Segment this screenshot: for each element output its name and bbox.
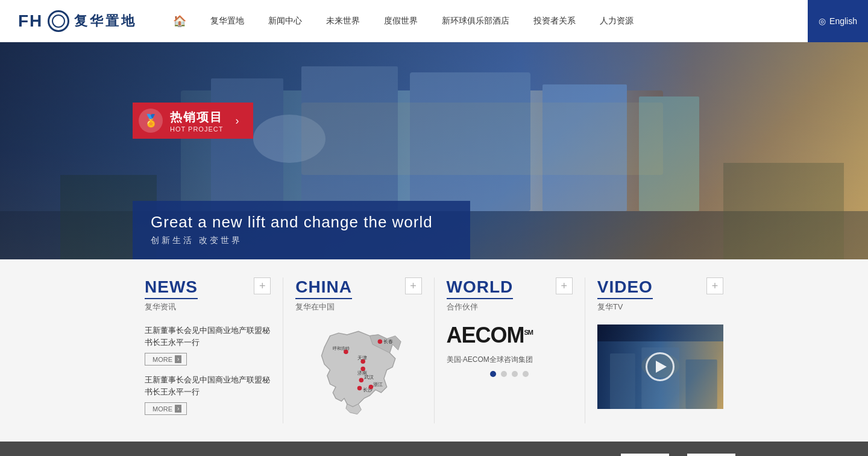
qr-wechat-image bbox=[687, 454, 735, 456]
china-plus-button[interactable]: + bbox=[405, 277, 422, 294]
hot-project-badge[interactable]: 🏅 热销项目 HOT PROJECT › bbox=[133, 103, 253, 139]
world-title: WORLD bbox=[447, 277, 514, 299]
news-section: NEWS 复华资讯 + 王新董事长会见中国商业地产联盟秘书长王永平一行 MORE… bbox=[133, 277, 283, 423]
site-header: FH 复华置地 🏠 复华置地 新闻中心 未来世界 度假世界 新环球俱乐部酒店 投… bbox=[0, 0, 868, 42]
video-subtitle: 复华TV bbox=[597, 302, 653, 312]
partner-logo: AECOMSM bbox=[447, 325, 573, 346]
hot-project-text: 热销项目 HOT PROJECT bbox=[170, 109, 223, 133]
logo-circle-icon bbox=[48, 10, 69, 32]
svg-rect-29 bbox=[685, 359, 717, 409]
svg-point-22 bbox=[357, 386, 362, 391]
news-title-block: NEWS 复华资讯 bbox=[145, 277, 198, 321]
footer-top: ▦ 人力资源 ✉ 建议反馈 复华置地 | 法律公告 | 隐私声明 | 免责声明 … bbox=[0, 442, 868, 456]
dot-2[interactable] bbox=[501, 371, 507, 377]
lang-label: English bbox=[829, 16, 857, 26]
china-section: CHINA 复华在中国 + 长春 天津 bbox=[283, 277, 434, 423]
qr-mobile: 手机官网 bbox=[621, 454, 669, 456]
news-item-2-more[interactable]: MORE › bbox=[145, 402, 187, 415]
news-title: NEWS bbox=[145, 277, 198, 299]
news-section-header: NEWS 复华资讯 + bbox=[145, 277, 271, 321]
logo-cn-text: 复华置地 bbox=[74, 12, 137, 30]
lang-icon: ◎ bbox=[819, 16, 826, 26]
news-plus-button[interactable]: + bbox=[254, 277, 271, 294]
nav-item-hr[interactable]: 人力资源 bbox=[600, 16, 634, 27]
svg-point-12 bbox=[378, 339, 383, 344]
hero-caption-chinese: 创新生活 改变世界 bbox=[151, 235, 452, 246]
aecom-logo-text: AECOMSM bbox=[447, 325, 533, 346]
svg-point-24 bbox=[369, 385, 374, 390]
world-section: WORLD 合作伙伴 + AECOMSM 美国·AECOM全球咨询集团 bbox=[435, 277, 585, 423]
news-item-1: 王新董事长会见中国商业地产联盟秘书长王永平一行 MORE › bbox=[145, 325, 271, 366]
logo-fh-text: FH bbox=[18, 11, 43, 31]
china-map-svg: 长春 天津 呼和浩特 济南 武汉 长沙 浙江 bbox=[295, 325, 421, 421]
video-plus-button[interactable]: + bbox=[706, 277, 723, 294]
svg-text:呼和浩特: 呼和浩特 bbox=[333, 346, 350, 350]
svg-point-20 bbox=[359, 378, 364, 382]
world-plus-button[interactable]: + bbox=[556, 277, 573, 294]
nav-item-future[interactable]: 未来世界 bbox=[326, 16, 360, 27]
world-section-header: WORLD 合作伙伴 + bbox=[447, 277, 573, 321]
home-icon[interactable]: 🏠 bbox=[173, 14, 186, 28]
main-nav: 🏠 复华置地 新闻中心 未来世界 度假世界 新环球俱乐部酒店 投资者关系 人力资… bbox=[173, 14, 850, 28]
qr-mobile-image bbox=[621, 454, 669, 456]
nav-item-resort[interactable]: 度假世界 bbox=[384, 16, 418, 27]
play-triangle-icon bbox=[656, 361, 667, 373]
dot-1[interactable] bbox=[490, 371, 496, 377]
svg-text:浙江: 浙江 bbox=[373, 382, 383, 387]
dot-3[interactable] bbox=[512, 371, 518, 377]
partner-description: 美国·AECOM全球咨询集团 bbox=[447, 355, 573, 365]
footer-qr-codes: 手机官网 bbox=[621, 454, 735, 456]
news-subtitle: 复华资讯 bbox=[145, 302, 198, 312]
nav-item-news[interactable]: 新闻中心 bbox=[268, 16, 302, 27]
news-item-1-more[interactable]: MORE › bbox=[145, 353, 187, 366]
video-section-header: VIDEO 复华TV + bbox=[597, 277, 723, 321]
nav-item-club[interactable]: 新环球俱乐部酒店 bbox=[442, 16, 509, 27]
hot-arrow-icon: › bbox=[235, 115, 239, 127]
svg-rect-10 bbox=[723, 163, 844, 259]
more-arrow-icon-2: › bbox=[175, 405, 181, 413]
china-title-block: CHINA 复华在中国 bbox=[295, 277, 352, 321]
svg-text:长春: 长春 bbox=[383, 339, 393, 344]
nav-item-fuhua[interactable]: 复华置地 bbox=[210, 16, 244, 27]
hot-icon: 🏅 bbox=[139, 109, 163, 133]
nav-item-investor[interactable]: 投资者关系 bbox=[533, 16, 576, 27]
news-item-2-title: 王新董事长会见中国商业地产联盟秘书长王永平一行 bbox=[145, 374, 271, 397]
china-title: CHINA bbox=[295, 277, 352, 299]
china-subtitle: 复华在中国 bbox=[295, 302, 352, 312]
video-thumbnail[interactable] bbox=[597, 325, 723, 409]
world-subtitle: 合作伙伴 bbox=[447, 302, 514, 312]
world-title-block: WORLD 合作伙伴 bbox=[447, 277, 514, 321]
hero-caption: Great a new lift and change the world 创新… bbox=[133, 201, 470, 259]
hero-caption-english: Great a new lift and change the world bbox=[151, 213, 452, 232]
video-title: VIDEO bbox=[597, 277, 653, 299]
svg-text:天津: 天津 bbox=[357, 355, 367, 361]
svg-rect-11 bbox=[301, 103, 663, 175]
qr-wechat: 官方微信 bbox=[687, 454, 735, 456]
video-title-block: VIDEO 复华TV bbox=[597, 277, 653, 321]
svg-rect-27 bbox=[610, 353, 635, 409]
language-button[interactable]: ◎ English bbox=[808, 0, 868, 42]
partner-dots bbox=[447, 371, 573, 377]
site-footer: ▦ 人力资源 ✉ 建议反馈 复华置地 | 法律公告 | 隐私声明 | 免责声明 … bbox=[0, 442, 868, 456]
news-item-1-title: 王新董事长会见中国商业地产联盟秘书长王永平一行 bbox=[145, 325, 271, 348]
china-section-header: CHINA 复华在中国 + bbox=[295, 277, 421, 321]
more-arrow-icon: › bbox=[175, 355, 181, 363]
dot-4[interactable] bbox=[523, 371, 529, 377]
svg-text:武汉: 武汉 bbox=[364, 375, 374, 380]
logo[interactable]: FH 复华置地 bbox=[18, 10, 137, 32]
video-section: VIDEO 复华TV + bbox=[585, 277, 735, 423]
news-item-2: 王新董事长会见中国商业地产联盟秘书长王永平一行 MORE › bbox=[145, 374, 271, 415]
china-map: 长春 天津 呼和浩特 济南 武汉 长沙 浙江 bbox=[295, 325, 421, 421]
main-content: NEWS 复华资讯 + 王新董事长会见中国商业地产联盟秘书长王永平一行 MORE… bbox=[0, 259, 868, 442]
hero-banner: 🏅 热销项目 HOT PROJECT › Great a new lift an… bbox=[0, 42, 868, 259]
